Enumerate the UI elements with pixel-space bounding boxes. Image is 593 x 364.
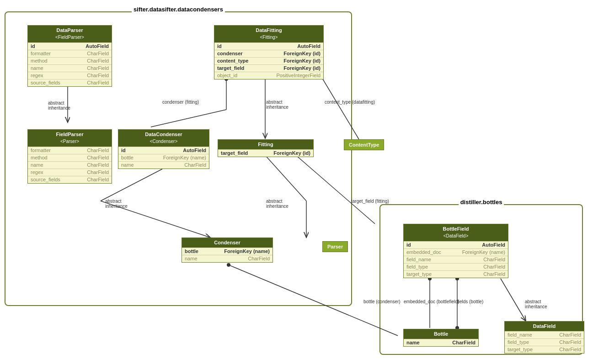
entity-dataparser: DataParser <FieldParser> id AutoField fo… [27,25,112,87]
table-row: embedded_doc ForeignKey (name) [404,248,508,256]
table-row: name CharField [28,64,112,72]
distiller-group-label: distiller.bottles [459,199,504,206]
table-row: field_type CharField [404,263,508,270]
label-embedded-doc: embedded_doc (bottlefield) [404,299,459,304]
table-row: id AutoField [214,42,323,50]
table-row: method CharField [28,57,112,64]
table-row: formatter CharField [28,50,112,57]
entity-fitting: Fitting target_field ForeignKey (id) [218,139,314,157]
entity-datafitting-header: DataFitting<Fitting> [214,26,323,42]
table-row: name CharField [182,255,272,262]
table-row: bottle ForeignKey (name) [182,248,272,255]
entity-fieldparser: FieldParser <Parser> formatter CharField… [27,129,112,184]
entity-datafield: DataField field_name CharField field_typ… [504,321,584,353]
table-row: regex CharField [28,169,112,176]
table-row: object_id PositiveIntegerField [214,72,323,79]
entity-datacondenser-header: DataCondenser<Condenser> [118,130,209,147]
table-row: target_field ForeignKey (id) [214,64,323,72]
table-row: method CharField [28,154,112,161]
label-fields-bottle: fields (bottle) [457,299,483,304]
label-bottle-condenser: bottle (condenser) [363,299,401,304]
table-row: id AutoField [28,42,112,50]
label-condenser-fitting: condenser (fitting) [162,100,199,105]
entity-bottlefield: BottleField<DataField> id AutoField embe… [403,224,508,278]
label-target-field-fitting: target_field (fitting) [351,199,389,204]
label-abstract-inh-2: abstractinheritance [266,100,288,110]
entity-fieldparser-header: FieldParser <Parser> [28,130,112,147]
label-abstract-inh-3: abstractinheritance [105,199,128,209]
table-row: bottle ForeignKey (name) [118,154,209,161]
table-row: name CharField [404,339,478,346]
table-row: source_fields CharField [28,176,112,183]
label-abstract-inh-4: abstractinheritance [266,199,288,209]
table-row: field_name CharField [404,256,508,263]
entity-condenser: Condenser bottle ForeignKey (name) name … [182,237,273,263]
table-row: source_fields CharField [28,79,112,86]
table-row: field_name CharField [505,331,584,338]
table-row: formatter CharField [28,147,112,154]
entity-parser: Parser [322,241,348,252]
entity-bottlefield-header: BottleField<DataField> [404,224,508,241]
label-abstract-inh-5: abstractinheritance [525,299,547,309]
entity-bottle: Bottle name CharField [403,329,479,347]
entity-dataparser-header: DataParser <FieldParser> [28,26,112,42]
label-content-type: content_type (datafitting) [325,100,375,105]
label-abstract-inh-1: abstractinheritance [48,100,70,111]
table-row: target_field ForeignKey (id) [218,149,313,157]
entity-contenttype: ContentType [344,139,384,150]
table-row: name CharField [118,161,209,169]
table-row: id AutoField [118,147,209,154]
table-row: name CharField [28,161,112,169]
table-row: id AutoField [404,241,508,248]
entity-datacondenser: DataCondenser<Condenser> id AutoField bo… [118,129,209,169]
table-row: regex CharField [28,72,112,79]
table-row: field_type CharField [505,338,584,346]
entity-bottle-header: Bottle [404,329,478,339]
entity-condenser-header: Condenser [182,238,272,248]
table-row: condenser ForeignKey (id) [214,50,323,57]
table-row: content_type ForeignKey (id) [214,57,323,64]
main-group-label: sifter.datasifter.datacondensers [132,6,225,13]
entity-datafitting: DataFitting<Fitting> id AutoField conden… [214,25,324,79]
entity-datafield-header: DataField [505,322,584,331]
table-row: target_type CharField [505,346,584,353]
table-row: target_type CharField [404,270,508,278]
entity-fitting-header: Fitting [218,140,313,149]
diagram-container: sifter.datasifter.datacondensers distill… [0,0,593,364]
